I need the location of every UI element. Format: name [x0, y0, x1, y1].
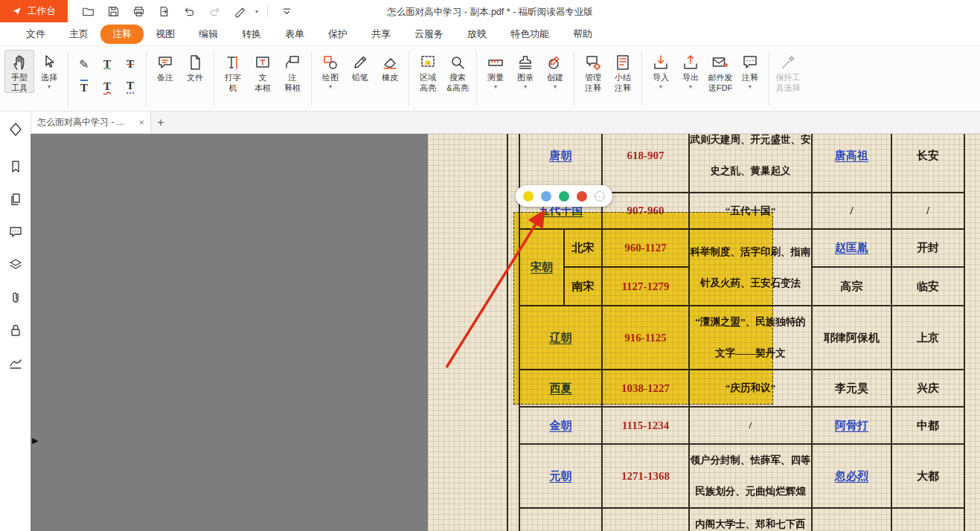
textbox-icon	[254, 52, 272, 72]
color-swatch-blue[interactable]	[541, 191, 551, 202]
document-tab[interactable]: 怎么面对高中学习 - ... ×	[31, 112, 151, 133]
format-brush-icon[interactable]	[230, 2, 249, 20]
summarize-comments-button[interactable]: 小结 注释	[608, 50, 638, 93]
highlight-annotation[interactable]	[513, 212, 773, 405]
menu-item-features[interactable]: 特色功能	[499, 25, 561, 44]
create-caret-icon[interactable]: ▾	[554, 83, 557, 90]
menu-item-present[interactable]: 放映	[455, 25, 499, 44]
comments-caret-icon[interactable]: ▾	[749, 83, 752, 90]
dynasty-cell: 金朝	[519, 407, 602, 444]
stamp-button[interactable]: 图章 ▾	[510, 50, 540, 90]
import-button[interactable]: 导入 ▾	[646, 50, 676, 90]
typewriter-icon	[224, 52, 242, 72]
color-swatch-green[interactable]	[559, 191, 569, 202]
format-brush-caret-icon[interactable]: ▾	[255, 8, 258, 15]
eraser-button[interactable]: 橡皮	[375, 50, 405, 83]
color-swatch-red[interactable]	[577, 191, 587, 202]
titlebar: 工作台 ▾	[0, 0, 980, 22]
export-caret-icon[interactable]: ▾	[689, 83, 692, 90]
workspace-button[interactable]: 工作台	[0, 0, 68, 22]
insert-text-icon: T	[80, 80, 88, 94]
area-highlight-button[interactable]: 区域 高亮	[413, 50, 443, 93]
capital-cell: 开封	[891, 229, 964, 267]
create-button[interactable]: 创建 ▾	[540, 50, 570, 90]
callout-button[interactable]: 注 释框	[278, 50, 307, 93]
file-attachment-button[interactable]: 文件	[180, 50, 210, 83]
strikeout-text-button[interactable]: T	[119, 54, 141, 75]
note-button[interactable]: 备注	[150, 50, 180, 83]
comments-list-panel-button[interactable]	[5, 222, 26, 242]
email-fdf-button[interactable]: 邮件发 送FDF	[705, 50, 735, 93]
ruler-icon	[487, 52, 505, 72]
annotation-panel-button[interactable]	[5, 119, 26, 140]
capital-cell: 临安	[891, 267, 964, 306]
highlight-text-button[interactable]: ✎	[73, 54, 95, 75]
drawing-caret-icon[interactable]: ▾	[329, 83, 332, 90]
measure-caret-icon[interactable]: ▾	[494, 83, 497, 90]
measure-button[interactable]: 测量 ▾	[481, 50, 510, 90]
menu-item-protect[interactable]: 保护	[316, 25, 359, 44]
replace-text-button[interactable]: T	[119, 76, 141, 97]
menu-item-cloud[interactable]: 云服务	[403, 25, 455, 44]
area-highlight-icon	[419, 52, 437, 72]
pages-panel-button[interactable]	[5, 189, 26, 210]
new-tab-button[interactable]: +	[151, 112, 170, 133]
textbox-label: 文 本框	[254, 72, 271, 93]
menu-item-comment[interactable]: 注释	[100, 25, 144, 44]
layers-icon	[8, 257, 23, 272]
foxit-logo-icon	[12, 6, 23, 17]
capital-cell: 大都	[891, 444, 964, 508]
squiggly-underline-button[interactable]: T	[96, 76, 118, 97]
typewriter-button[interactable]: 打字 机	[218, 50, 248, 93]
import-caret-icon[interactable]: ▾	[659, 83, 662, 90]
redo-icon[interactable]	[205, 2, 224, 20]
open-folder-icon[interactable]	[78, 2, 97, 20]
menu-item-edit[interactable]: 编辑	[187, 25, 230, 44]
hand-tool-button[interactable]: 手型 工具	[4, 50, 34, 93]
select-tool-button[interactable]: 选择 ▾	[34, 50, 64, 90]
comments-panel-button[interactable]: 注释 ▾	[735, 50, 765, 90]
menu-item-view[interactable]: 视图	[144, 25, 187, 44]
undo-icon[interactable]	[179, 2, 199, 20]
print-icon[interactable]	[129, 2, 148, 20]
customize-quick-access-icon[interactable]	[277, 2, 296, 20]
export-button[interactable]: 导出 ▾	[676, 50, 705, 90]
menu-item-home[interactable]: 主页	[57, 25, 100, 44]
expand-panel-handle[interactable]: ▶	[32, 436, 38, 445]
events-line: 内阁大学士、郑和七下西	[690, 509, 811, 531]
signature-panel-button[interactable]	[5, 353, 26, 373]
summarize-comments-icon	[614, 52, 632, 72]
tab-close-icon[interactable]: ×	[138, 118, 144, 127]
color-swatch-yellow[interactable]	[523, 191, 534, 202]
pencil-button[interactable]: 铅笔	[345, 50, 375, 83]
more-colors-button[interactable]: ···	[595, 191, 605, 202]
drawing-button[interactable]: 绘图 ▾	[316, 50, 345, 90]
layers-panel-button[interactable]	[5, 254, 26, 275]
document-canvas: ▶ 唐朝 618-907 武则天建周、开元盛世、安 史之乱、黄巢起义 唐高祖 长…	[31, 134, 980, 531]
select-caret-icon[interactable]: ▾	[48, 83, 51, 90]
capital-cell: /	[891, 193, 964, 229]
save-icon[interactable]	[103, 2, 123, 20]
menu-item-share[interactable]: 共享	[359, 25, 403, 44]
bookmarks-panel-button[interactable]	[5, 156, 26, 177]
table-row-jin: 金朝 1115-1234 / 阿骨打 中都	[519, 407, 964, 444]
menu-item-file[interactable]: 文件	[14, 25, 57, 44]
underline-text-button[interactable]: T	[96, 54, 118, 75]
bookmark-icon	[8, 159, 23, 174]
textbox-button[interactable]: 文 本框	[248, 50, 278, 93]
search-highlight-button[interactable]: 搜索 &高亮	[443, 50, 473, 93]
menu-item-form[interactable]: 表单	[273, 25, 316, 44]
select-tool-label: 选择	[41, 72, 57, 83]
insert-text-button[interactable]: T	[73, 76, 95, 97]
years-cell	[602, 508, 689, 531]
events-line: /	[690, 410, 811, 441]
pdf-page[interactable]: 唐朝 618-907 武则天建周、开元盛世、安 史之乱、黄巢起义 唐高祖 长安 …	[428, 134, 980, 531]
menu-item-help[interactable]: 帮助	[561, 25, 604, 44]
attachments-panel-button[interactable]	[5, 287, 26, 308]
manage-comments-button[interactable]: 管理 注释	[578, 50, 608, 93]
stamp-caret-icon[interactable]: ▾	[524, 83, 527, 90]
export-page-icon[interactable]	[154, 2, 173, 20]
menu-item-convert[interactable]: 转换	[230, 25, 273, 44]
events-line: 史之乱、黄巢起义	[690, 155, 811, 187]
security-panel-button[interactable]	[5, 320, 26, 341]
